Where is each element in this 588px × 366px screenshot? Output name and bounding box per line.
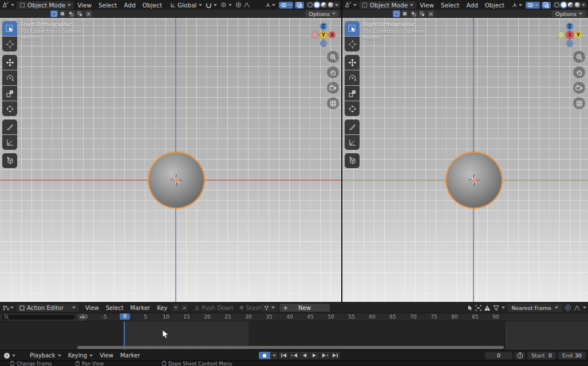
menu-select[interactable]: Select bbox=[95, 2, 120, 9]
dope-sheet-canvas[interactable] bbox=[0, 321, 588, 350]
tool-select-box[interactable] bbox=[345, 21, 360, 36]
current-frame-indicator[interactable]: 0 bbox=[120, 313, 130, 320]
snap-target-chevron-icon[interactable] bbox=[228, 4, 232, 6]
snap-magnet-icon[interactable] bbox=[206, 2, 212, 8]
tool-cursor[interactable] bbox=[345, 37, 360, 51]
timeline-editor-dropdown[interactable] bbox=[3, 352, 15, 359]
show-gizmo-toggle[interactable] bbox=[510, 2, 524, 9]
ds-menu-marker[interactable]: Marker bbox=[127, 305, 154, 311]
tool-move[interactable] bbox=[345, 55, 360, 70]
camera-view-icon[interactable] bbox=[327, 82, 339, 94]
select-invert-icon[interactable] bbox=[419, 10, 426, 17]
tool-annotate[interactable] bbox=[345, 120, 360, 134]
play-reverse-icon[interactable] bbox=[299, 352, 309, 359]
current-frame-field[interactable]: 0 bbox=[485, 352, 512, 359]
falloff-curve-icon[interactable] bbox=[574, 305, 581, 311]
show-overlays-toggle[interactable] bbox=[279, 2, 293, 9]
proportional-editing-icon[interactable] bbox=[565, 304, 571, 311]
frame-range-filter-icon[interactable] bbox=[475, 305, 482, 311]
select-extend-icon[interactable] bbox=[59, 10, 66, 17]
proportional-editing-icon[interactable] bbox=[235, 2, 242, 8]
options-dropdown[interactable]: Options bbox=[552, 10, 586, 17]
shading-solid-icon[interactable] bbox=[561, 2, 566, 7]
ds-menu-select[interactable]: Select bbox=[102, 305, 127, 311]
shading-rendered-icon[interactable] bbox=[575, 2, 580, 7]
editor-type-3d-viewport-icon[interactable] bbox=[344, 2, 352, 9]
options-dropdown[interactable]: Options bbox=[305, 10, 339, 17]
snap-mode-dropdown[interactable]: Nearest Frame bbox=[507, 304, 562, 312]
shading-material-icon[interactable] bbox=[568, 2, 573, 7]
end-frame-field[interactable]: End 30 bbox=[558, 352, 586, 359]
orientation-dropdown[interactable]: Global bbox=[170, 2, 202, 9]
horizontal-scrollbar[interactable] bbox=[77, 346, 504, 349]
menu-view[interactable]: View bbox=[74, 2, 95, 9]
playback-menu[interactable]: Playback bbox=[26, 352, 65, 359]
stash-button[interactable]: Stash bbox=[239, 305, 262, 311]
shading-rendered-icon[interactable] bbox=[328, 2, 333, 7]
tool-cursor[interactable] bbox=[2, 37, 17, 51]
xray-toggle[interactable] bbox=[295, 2, 304, 9]
pb-menu-view[interactable]: View bbox=[96, 352, 117, 359]
play-icon[interactable] bbox=[310, 352, 319, 359]
show-overlays-toggle[interactable] bbox=[526, 2, 540, 9]
ortho-grid-icon[interactable] bbox=[573, 97, 585, 109]
push-down-button[interactable]: Push Down bbox=[194, 305, 233, 311]
select-intersect-icon[interactable] bbox=[427, 10, 435, 17]
channel-search-input[interactable] bbox=[1, 314, 76, 320]
mode-dropdown[interactable]: Object Mode bbox=[359, 1, 416, 9]
falloff-curve-icon[interactable] bbox=[243, 2, 250, 8]
menu-add[interactable]: Add bbox=[463, 2, 481, 9]
next-keyframe-icon[interactable] bbox=[320, 352, 330, 359]
tool-measure[interactable] bbox=[345, 135, 360, 150]
tool-transform[interactable] bbox=[345, 101, 360, 116]
jump-to-start-icon[interactable] bbox=[279, 352, 289, 359]
keying-menu[interactable]: Keying bbox=[65, 352, 97, 359]
filter-chevron-icon[interactable] bbox=[502, 307, 505, 309]
menu-object[interactable]: Object bbox=[139, 2, 165, 9]
only-selected-filter-icon[interactable] bbox=[467, 305, 473, 311]
camera-view-icon[interactable] bbox=[573, 82, 585, 94]
select-subtract-icon[interactable] bbox=[410, 10, 417, 17]
editor-type-3d-viewport-icon[interactable] bbox=[2, 2, 10, 9]
ds-menu-view[interactable]: View bbox=[82, 305, 102, 311]
tool-transform[interactable] bbox=[2, 101, 17, 116]
menu-object[interactable]: Object bbox=[482, 2, 508, 9]
tool-measure[interactable] bbox=[2, 135, 17, 150]
editor-type-chevron-icon[interactable] bbox=[353, 4, 357, 6]
ds-menu-key[interactable]: Key bbox=[153, 305, 171, 311]
select-set-icon[interactable] bbox=[50, 10, 58, 17]
filter-funnel-icon[interactable] bbox=[493, 305, 499, 311]
tool-scale[interactable] bbox=[345, 86, 360, 101]
select-invert-icon[interactable] bbox=[76, 10, 84, 17]
pb-menu-marker[interactable]: Marker bbox=[117, 352, 144, 359]
shading-wireframe-icon[interactable] bbox=[307, 2, 313, 7]
new-action-button[interactable]: + New bbox=[279, 304, 330, 312]
navigation-gizmo[interactable]: Z Y X bbox=[557, 22, 582, 47]
zoom-icon[interactable] bbox=[573, 51, 585, 63]
viewport-canvas-front[interactable]: Front Orthographic (0) Collection | Sphe… bbox=[0, 18, 341, 302]
shading-material-icon[interactable] bbox=[321, 2, 326, 7]
tool-add-primitive[interactable] bbox=[2, 153, 17, 168]
mode-dropdown[interactable]: Object Mode bbox=[17, 1, 74, 9]
shading-solid-icon[interactable] bbox=[314, 2, 319, 7]
shading-chevron-icon[interactable] bbox=[582, 4, 585, 6]
shading-wireframe-icon[interactable] bbox=[554, 2, 559, 7]
snap-chevron-icon[interactable] bbox=[214, 4, 217, 6]
show-gizmo-toggle[interactable] bbox=[263, 2, 277, 9]
use-preview-range-button[interactable] bbox=[515, 352, 525, 359]
prev-keyframe-icon[interactable] bbox=[289, 352, 299, 359]
sub-editor-dropdown[interactable]: Action Editor bbox=[17, 304, 78, 312]
pan-hand-icon[interactable] bbox=[327, 66, 339, 78]
action-up-icon[interactable] bbox=[181, 304, 188, 311]
tool-add-primitive[interactable] bbox=[345, 153, 360, 168]
select-intersect-icon[interactable] bbox=[85, 10, 92, 17]
auto-keying-toggle[interactable] bbox=[259, 352, 278, 359]
start-frame-field[interactable]: Start 0 bbox=[527, 352, 556, 359]
tool-annotate[interactable] bbox=[2, 120, 17, 134]
xray-toggle[interactable] bbox=[542, 2, 551, 9]
viewport-canvas-right[interactable]: Right Orthographic (0) Collection | Sphe… bbox=[342, 18, 588, 302]
navigation-gizmo[interactable]: Z X Y bbox=[311, 22, 336, 47]
auto-keying-chevron-icon[interactable] bbox=[270, 352, 278, 359]
tool-scale[interactable] bbox=[2, 86, 17, 101]
menu-view[interactable]: View bbox=[416, 2, 437, 9]
